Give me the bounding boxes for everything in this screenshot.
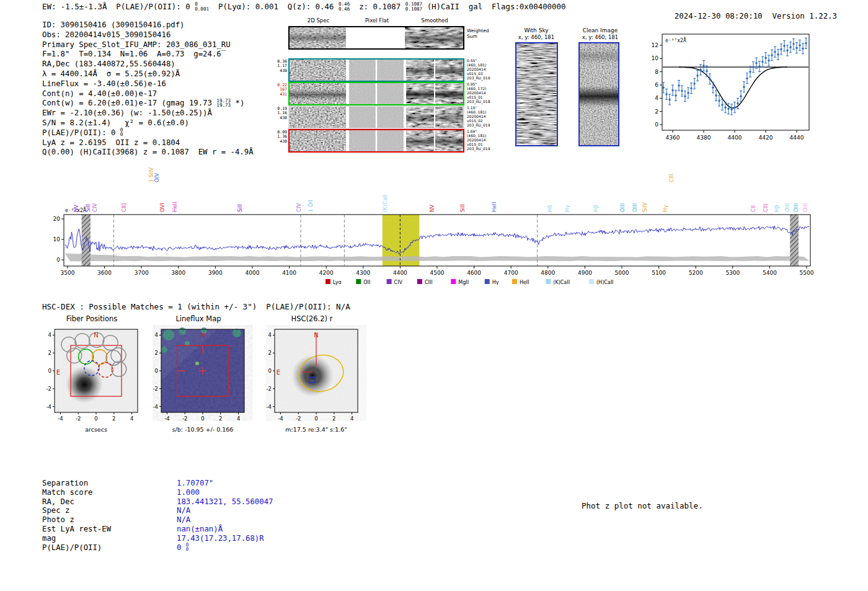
svg-text:-2: -2 <box>76 415 81 422</box>
svg-text:e⁻¹⁷x2Å: e⁻¹⁷x2Å <box>665 37 686 43</box>
2d-spec-noise <box>290 60 346 81</box>
info-line: LyA z = 2.6195 OII z = 0.1804 <box>42 138 254 148</box>
row-pixelflat-strip <box>349 107 404 128</box>
svg-text:0: 0 <box>655 122 658 128</box>
match-field-label: Photo z <box>42 515 177 524</box>
row-2dspec-strip <box>290 107 346 128</box>
info-line: F=1.8" T=0.134 N=1.06 A=0.73 g=24.6̅ <box>42 50 254 60</box>
emission-line-label: OIII <box>784 203 790 212</box>
svg-text:-2: -2 <box>46 386 51 392</box>
emission-line-label: OVI <box>159 203 166 212</box>
match-table-row: Spec zN/A <box>42 506 273 515</box>
emission-line-label: NV <box>73 205 79 212</box>
smoothed-noise <box>405 27 463 48</box>
svg-text:10: 10 <box>652 55 659 61</box>
emission-line-label: } OII <box>308 200 314 212</box>
match-field-value: N/A <box>177 515 190 524</box>
match-field-label: Match score <box>42 488 177 497</box>
fiber-positions-plot: NE-4-4-2-2002244arcsecs <box>37 325 146 440</box>
legend-label: Lyα <box>333 280 342 285</box>
smoothed-noise <box>406 83 463 104</box>
full-spectrum-plot: 0102035003600370038003900400041004200430… <box>53 160 822 291</box>
legend-swatch <box>485 279 490 284</box>
legend-swatch <box>589 279 594 284</box>
info-line: Q(0.00) (H)CaII(3968) z = 0.1087 EW r = … <box>42 148 254 158</box>
masked-region <box>790 215 799 266</box>
match-field-value: nan(±nan)Å <box>177 525 223 533</box>
emission-line-label: Hγ <box>662 205 668 212</box>
sky-panel-coords: x, y: 460, 181 <box>560 34 640 40</box>
emission-line-label: CIII <box>763 204 769 212</box>
sb-ratio-label: s/b: -10.95 +/- 0.166 <box>172 426 234 433</box>
info-line: ID: 3090150416 (3090150416.pdf) <box>42 20 254 30</box>
2d-spec-noise <box>290 83 346 104</box>
svg-text:5200: 5200 <box>689 270 703 276</box>
emission-line-label: OIII <box>802 203 808 212</box>
emission-line-label: OIII <box>619 203 626 212</box>
fiber-cutout-row <box>288 129 464 153</box>
svg-text:2: 2 <box>219 415 222 422</box>
photz-note: Phot z plot not available. <box>582 501 703 510</box>
legend-label: OII <box>363 280 370 285</box>
info-line: RA,Dec (183.440872,55.560448) <box>42 60 254 69</box>
legend-swatch <box>326 279 330 284</box>
emission-line-label: Hγ <box>564 205 570 212</box>
emission-line-label: CIV <box>92 203 98 212</box>
legend-swatch <box>356 279 361 284</box>
emission-line-label: CIV <box>296 203 302 212</box>
match-table-row: Photo zN/A <box>42 515 273 525</box>
emission-line-label: HeII <box>172 202 178 212</box>
row-smoothed-strip <box>406 130 463 151</box>
info-line: Primary Spec_Slot_IFU_AMP: 203_086_031_R… <box>42 40 254 50</box>
east-label: E <box>56 369 60 376</box>
legend-swatch <box>387 279 392 284</box>
svg-text:6: 6 <box>655 82 658 88</box>
row-fiber-weights: 0.09 1.36 430 <box>275 130 287 145</box>
match-field-label: Separation <box>42 479 177 487</box>
stacked-fraction: 00.001 <box>195 2 209 11</box>
info-line: LineFlux = -3.40(±0.56)e-16 <box>42 79 254 89</box>
north-label: N <box>314 332 318 339</box>
report-meta: 2024-12-30 08:20:10Version 1.22.3 <box>656 2 837 30</box>
emission-line-label: NV <box>429 205 435 212</box>
info-line: λ = 4400.14Å σ = 5.25(±0.92)Å <box>42 69 254 79</box>
smoothed-noise <box>406 60 463 81</box>
match-table-row: Separation1.70707" <box>42 479 273 488</box>
svg-text:12: 12 <box>652 42 658 48</box>
match-field-label: RA, Dec <box>42 497 177 506</box>
row-2dspec-strip <box>290 83 346 104</box>
report-version: Version 1.22.3 <box>773 11 837 20</box>
emission-line-label: OIII <box>632 203 638 212</box>
emission-line-label: } SiIV <box>148 167 154 182</box>
north-label: N <box>200 332 205 339</box>
emission-line-label: Hδ <box>547 205 553 212</box>
match-field-label: P(LAE)/P(OII) <box>42 543 177 552</box>
row-fiber-weights: 0.19 1.16 430 <box>275 107 287 122</box>
svg-text:-4: -4 <box>153 404 158 410</box>
svg-text:4: 4 <box>237 415 240 422</box>
svg-text:0: 0 <box>314 415 317 422</box>
clean-image-noise <box>580 43 618 145</box>
sky-panel-title: Clean Image <box>560 27 640 33</box>
sky-panel-image <box>578 42 619 146</box>
spectrum-line <box>65 226 809 254</box>
emission-line-label: OIV <box>154 173 160 182</box>
lineflux-map-title: Lineflux Map <box>144 314 253 323</box>
svg-text:-4: -4 <box>164 415 169 422</box>
pixel-flat-noise <box>349 60 404 81</box>
legend-label: (K)CaII <box>553 280 570 285</box>
svg-text:0: 0 <box>94 415 97 422</box>
line-fit-zoom-plot: 02468101243604380440044204440e⁻¹⁷x2Å <box>642 30 818 143</box>
2d-col-title: Smoothed <box>406 17 463 24</box>
svg-text:0: 0 <box>56 257 60 263</box>
match-field-value: 17.43(17.23,17.68)R <box>177 534 264 543</box>
legend-swatch <box>512 279 517 284</box>
info-line: EWr = -2.10(±0.36) (w: -1.50(±0.25))Å <box>42 109 254 118</box>
svg-text:2: 2 <box>48 350 51 356</box>
svg-text:4900: 4900 <box>578 270 592 276</box>
fiber-cutout-row <box>288 105 464 129</box>
info-line: Cont(w) = 6.20(±0.01)e-17 (gmag 19.73 19… <box>42 99 254 109</box>
svg-text:-4: -4 <box>58 415 63 422</box>
emission-line-label: SiII <box>237 204 243 212</box>
elixer-report-page: EW: -1.5±-1.3Å P(LAE)/P(OII): 0 00.001 P… <box>0 0 868 591</box>
